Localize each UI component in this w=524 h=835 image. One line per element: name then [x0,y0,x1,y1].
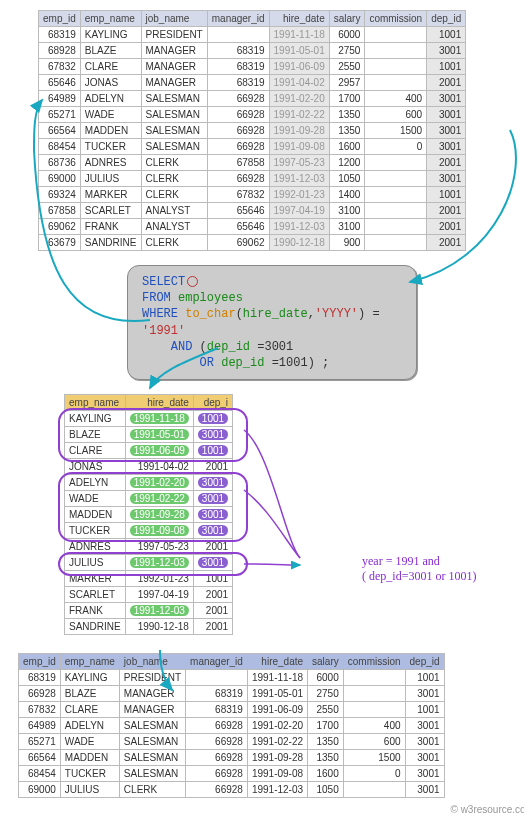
diagram: emp_idemp_namejob_namemanager_idhire_dat… [10,10,524,815]
asterisk-icon [187,276,198,287]
sql-query: SELECT FROM employees WHERE to_char(hire… [127,265,417,380]
result-table: emp_idemp_namejob_namemanager_idhire_dat… [18,653,445,798]
employees-table: emp_idemp_namejob_namemanager_idhire_dat… [38,10,466,251]
annotation: year = 1991 and( dep_id=3001 or 1001) [362,554,524,584]
filter-table: emp_namehire_datedep_iKAYLING1991-11-181… [64,394,233,635]
footer: © w3resource.com [10,804,524,815]
